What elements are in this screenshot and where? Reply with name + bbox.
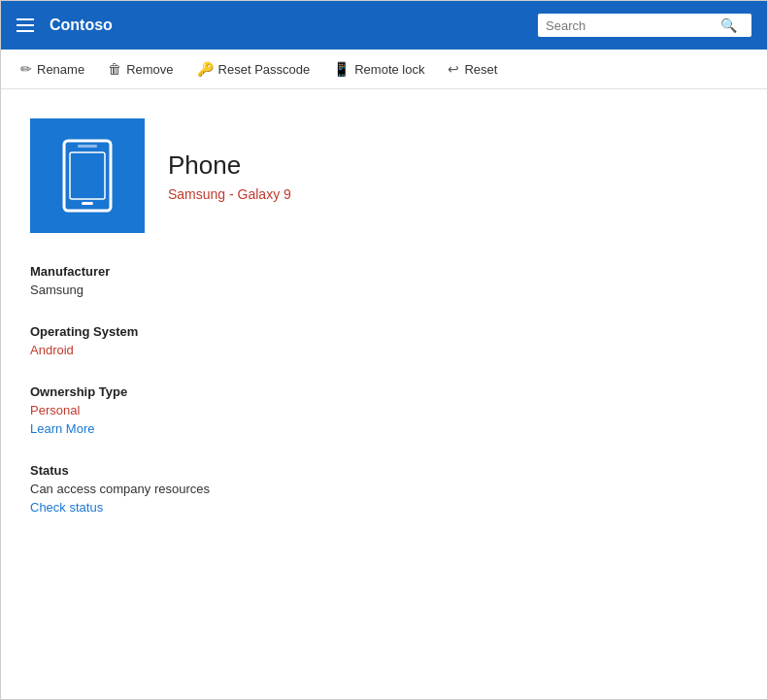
rename-button[interactable]: ✏ Rename (20, 61, 84, 77)
remote-lock-button[interactable]: 📱 Remote lock (333, 61, 424, 77)
remove-label: Remove (126, 62, 173, 77)
device-info: Phone Samsung - Galaxy 9 (168, 150, 291, 202)
remote-lock-label: Remote lock (354, 62, 424, 77)
check-status-link[interactable]: Check status (30, 500, 738, 515)
app-window: Contoso 🔍 ✏ Rename 🗑 Remove 🔑 Reset Pass… (0, 0, 768, 700)
brand-title: Contoso (50, 17, 538, 34)
device-model[interactable]: Samsung - Galaxy 9 (168, 186, 291, 202)
learn-more-link[interactable]: Learn More (30, 421, 738, 436)
svg-rect-0 (64, 141, 111, 211)
reset-button[interactable]: ↩ Reset (448, 61, 497, 77)
content-area: Phone Samsung - Galaxy 9 Manufacturer Sa… (1, 89, 767, 699)
os-section: Operating System Android (30, 324, 738, 357)
remove-icon: 🗑 (108, 61, 121, 77)
rename-label: Rename (37, 62, 84, 77)
reset-passcode-button[interactable]: 🔑 Reset Passcode (197, 61, 311, 77)
manufacturer-value: Samsung (30, 283, 738, 297)
status-label: Status (30, 463, 738, 478)
reset-label: Reset (464, 62, 497, 77)
device-name: Phone (168, 150, 291, 181)
reset-icon: ↩ (448, 61, 459, 77)
search-box: 🔍 (538, 14, 751, 37)
device-header: Phone Samsung - Galaxy 9 (30, 118, 738, 233)
manufacturer-section: Manufacturer Samsung (30, 264, 738, 297)
status-value: Can access company resources (30, 482, 738, 496)
search-input[interactable] (546, 18, 720, 33)
ownership-section: Ownership Type Personal Learn More (30, 384, 738, 436)
toolbar: ✏ Rename 🗑 Remove 🔑 Reset Passcode 📱 Rem… (1, 50, 767, 89)
device-icon-box (30, 118, 145, 233)
os-value[interactable]: Android (30, 343, 738, 357)
ownership-value: Personal (30, 403, 738, 417)
remove-button[interactable]: 🗑 Remove (108, 61, 173, 77)
manufacturer-label: Manufacturer (30, 264, 738, 279)
svg-rect-1 (78, 145, 97, 148)
svg-rect-2 (70, 152, 105, 199)
reset-passcode-icon: 🔑 (197, 61, 214, 77)
svg-rect-3 (82, 202, 93, 205)
ownership-label: Ownership Type (30, 384, 738, 399)
reset-passcode-label: Reset Passcode (218, 62, 311, 77)
search-icon[interactable]: 🔍 (720, 17, 737, 33)
status-section: Status Can access company resources Chec… (30, 463, 738, 515)
remote-lock-icon: 📱 (333, 61, 350, 77)
header: Contoso 🔍 (1, 1, 767, 50)
phone-icon (60, 139, 115, 213)
os-label: Operating System (30, 324, 738, 339)
rename-icon: ✏ (20, 61, 32, 77)
hamburger-menu[interactable] (17, 18, 34, 32)
